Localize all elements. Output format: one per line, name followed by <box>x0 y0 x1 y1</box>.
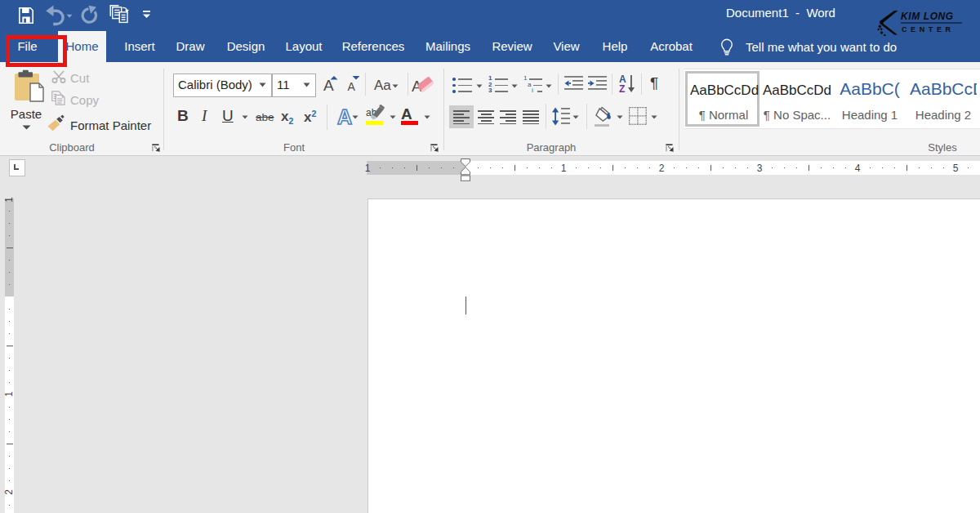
svg-text:A: A <box>337 106 352 127</box>
svg-text:CENTER: CENTER <box>902 25 955 33</box>
svg-text:KIM LONG: KIM LONG <box>901 11 954 22</box>
